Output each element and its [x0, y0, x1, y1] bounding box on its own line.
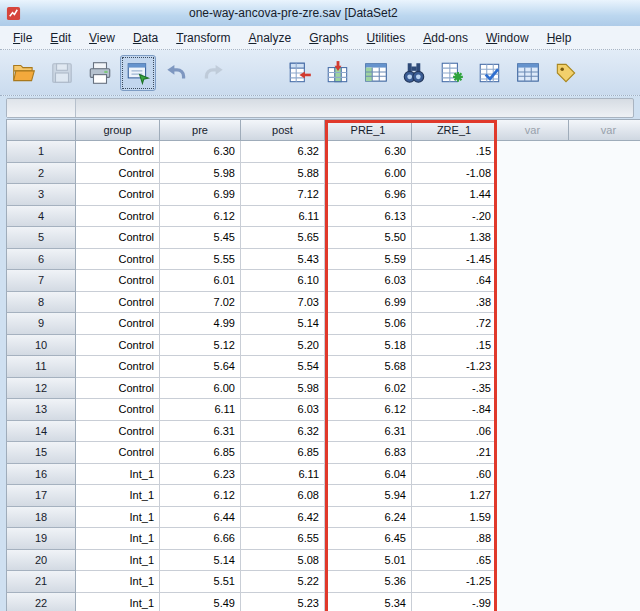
- cell-group[interactable]: Control: [76, 206, 160, 228]
- row-number-cell[interactable]: 11: [6, 356, 76, 378]
- cell-pre_1[interactable]: 5.94: [325, 485, 412, 507]
- cell-group[interactable]: Int_1: [76, 550, 160, 572]
- row-number-cell[interactable]: 17: [6, 485, 76, 507]
- row-number-cell[interactable]: 6: [6, 249, 76, 271]
- menu-analyze[interactable]: Analyze: [239, 28, 300, 48]
- insert-variable-button[interactable]: [472, 55, 508, 91]
- cell-post[interactable]: 5.14: [241, 313, 325, 335]
- print-button[interactable]: [82, 55, 118, 91]
- split-file-button[interactable]: [510, 55, 546, 91]
- menu-window[interactable]: Window: [477, 28, 538, 48]
- open-file-button[interactable]: [6, 55, 42, 91]
- cell-pre[interactable]: 6.00: [160, 378, 241, 400]
- row-number-cell[interactable]: 3: [6, 184, 76, 206]
- cell-pre_1[interactable]: 6.24: [325, 507, 412, 529]
- column-header-pre_1[interactable]: PRE_1: [325, 119, 412, 141]
- cell-post[interactable]: 5.08: [241, 550, 325, 572]
- cell-group[interactable]: Control: [76, 163, 160, 185]
- undo-button[interactable]: [158, 55, 194, 91]
- column-header-pre[interactable]: pre: [160, 119, 241, 141]
- titlebar[interactable]: one-way-ancova-pre-zre.sav [DataSet2: [0, 0, 640, 27]
- menu-edit[interactable]: Edit: [41, 28, 80, 48]
- cell-zre_1[interactable]: .15: [412, 141, 497, 163]
- row-number-cell[interactable]: 20: [6, 550, 76, 572]
- row-number-cell[interactable]: 13: [6, 399, 76, 421]
- cell-pre_1[interactable]: 6.96: [325, 184, 412, 206]
- cell-group[interactable]: Control: [76, 421, 160, 443]
- cell-pre_1[interactable]: 6.03: [325, 270, 412, 292]
- cell-group[interactable]: Control: [76, 249, 160, 271]
- cell-post[interactable]: 6.11: [241, 206, 325, 228]
- cell-editor-field[interactable]: [76, 99, 633, 117]
- cell-pre[interactable]: 5.12: [160, 335, 241, 357]
- cell-group[interactable]: Control: [76, 442, 160, 464]
- cell-pre[interactable]: 6.01: [160, 270, 241, 292]
- cell-post[interactable]: 6.85: [241, 442, 325, 464]
- row-number-cell[interactable]: 8: [6, 292, 76, 314]
- cell-pre_1[interactable]: 6.04: [325, 464, 412, 486]
- cell-pre[interactable]: 6.11: [160, 399, 241, 421]
- row-number-cell[interactable]: 14: [6, 421, 76, 443]
- column-header-post[interactable]: post: [241, 119, 325, 141]
- cell-post[interactable]: 5.43: [241, 249, 325, 271]
- grid-corner-cell[interactable]: [6, 119, 76, 141]
- menu-view[interactable]: View: [80, 28, 124, 48]
- cell-zre_1[interactable]: -1.08: [412, 163, 497, 185]
- cell-zre_1[interactable]: .64: [412, 270, 497, 292]
- cell-group[interactable]: Int_1: [76, 464, 160, 486]
- cell-group[interactable]: Control: [76, 356, 160, 378]
- cell-pre[interactable]: 6.99: [160, 184, 241, 206]
- row-number-cell[interactable]: 4: [6, 206, 76, 228]
- cell-zre_1[interactable]: .15: [412, 335, 497, 357]
- cell-group[interactable]: Int_1: [76, 528, 160, 550]
- cell-zre_1[interactable]: -.20: [412, 206, 497, 228]
- cell-post[interactable]: 5.65: [241, 227, 325, 249]
- cell-pre_1[interactable]: 5.50: [325, 227, 412, 249]
- cell-group[interactable]: Int_1: [76, 507, 160, 529]
- cell-zre_1[interactable]: .38: [412, 292, 497, 314]
- goto-case-button[interactable]: [282, 55, 318, 91]
- menu-graphs[interactable]: Graphs: [300, 28, 357, 48]
- cell-group[interactable]: Control: [76, 399, 160, 421]
- cell-zre_1[interactable]: .65: [412, 550, 497, 572]
- cell-zre_1[interactable]: -1.23: [412, 356, 497, 378]
- cell-pre_1[interactable]: 6.45: [325, 528, 412, 550]
- row-number-cell[interactable]: 16: [6, 464, 76, 486]
- cell-zre_1[interactable]: .60: [412, 464, 497, 486]
- save-button[interactable]: [44, 55, 80, 91]
- row-number-cell[interactable]: 18: [6, 507, 76, 529]
- cell-pre_1[interactable]: 5.18: [325, 335, 412, 357]
- cell-pre_1[interactable]: 5.01: [325, 550, 412, 572]
- cell-zre_1[interactable]: -.99: [412, 593, 497, 611]
- row-number-cell[interactable]: 15: [6, 442, 76, 464]
- cell-post[interactable]: 5.22: [241, 571, 325, 593]
- cell-group[interactable]: Int_1: [76, 571, 160, 593]
- column-header-var-1[interactable]: var: [497, 119, 569, 141]
- value-labels-button[interactable]: [548, 55, 584, 91]
- cell-post[interactable]: 6.32: [241, 421, 325, 443]
- cell-pre_1[interactable]: 6.99: [325, 292, 412, 314]
- cell-pre_1[interactable]: 6.13: [325, 206, 412, 228]
- cell-pre[interactable]: 6.30: [160, 141, 241, 163]
- cell-pre_1[interactable]: 5.36: [325, 571, 412, 593]
- cell-group[interactable]: Control: [76, 184, 160, 206]
- row-number-cell[interactable]: 21: [6, 571, 76, 593]
- cell-post[interactable]: 7.03: [241, 292, 325, 314]
- cell-pre_1[interactable]: 6.02: [325, 378, 412, 400]
- cell-zre_1[interactable]: -.35: [412, 378, 497, 400]
- menu-data[interactable]: Data: [124, 28, 167, 48]
- cell-zre_1[interactable]: .72: [412, 313, 497, 335]
- cell-zre_1[interactable]: 1.44: [412, 184, 497, 206]
- cell-zre_1[interactable]: .21: [412, 442, 497, 464]
- variables-button[interactable]: [358, 55, 394, 91]
- cell-post[interactable]: 5.54: [241, 356, 325, 378]
- cell-pre_1[interactable]: 6.83: [325, 442, 412, 464]
- cell-post[interactable]: 5.20: [241, 335, 325, 357]
- cell-pre[interactable]: 5.98: [160, 163, 241, 185]
- cell-pre[interactable]: 5.51: [160, 571, 241, 593]
- column-header-zre_1[interactable]: ZRE_1: [412, 119, 497, 141]
- cell-pre[interactable]: 5.49: [160, 593, 241, 611]
- column-header-group[interactable]: group: [76, 119, 160, 141]
- cell-zre_1[interactable]: -1.25: [412, 571, 497, 593]
- cell-pre[interactable]: 6.31: [160, 421, 241, 443]
